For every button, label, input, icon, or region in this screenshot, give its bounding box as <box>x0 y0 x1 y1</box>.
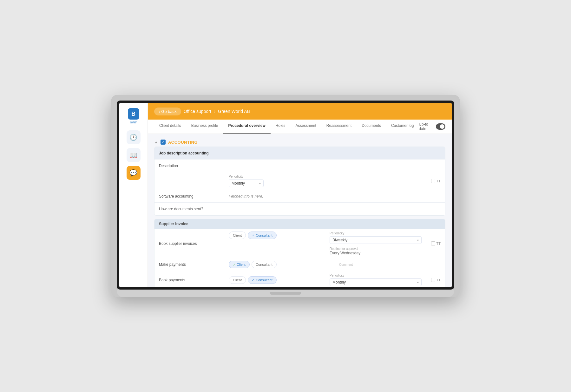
tt-label-supplier: TT <box>436 242 441 245</box>
cell-periodicity-book-supplier: Periodicity Biweekly ▾ Routine for appro… <box>325 229 426 258</box>
routine-label: Routine for approval <box>330 247 358 251</box>
content-area: ▲ ✓ ACCOUNTING Job description accountin… <box>148 134 452 287</box>
table-row-documents-sent: How are documents sent? <box>154 203 445 215</box>
cell-label-make-payments: Make payments <box>154 258 224 271</box>
cell-content-job-description <box>224 147 445 159</box>
cell-content-make-payments: ✓ Client Consultant <box>224 258 335 271</box>
cell-content-periodicity-1: Periodicity Monthly ▾ <box>224 172 426 190</box>
breadcrumb-bar: ‹ Go back Office support › Green World A… <box>148 103 452 120</box>
section-header-accounting: ▲ ✓ ACCOUNTING <box>154 138 445 147</box>
cell-label-description: Description <box>154 160 224 172</box>
cell-tt-supplier: TT <box>426 229 445 258</box>
uptodate-toggle-area: Up-to date <box>419 120 445 134</box>
chevron-down-icon: ▾ <box>259 182 261 185</box>
period-group-1: Periodicity Monthly ▾ <box>229 175 264 187</box>
cell-content-software: Fetched info is here. <box>224 190 445 202</box>
role-btn-consultant-make-payments[interactable]: Consultant <box>252 261 277 268</box>
tt-checkbox-1[interactable] <box>431 179 435 183</box>
cell-label-book-payments: Book payments <box>154 271 224 287</box>
table-row-job-description: Job description accounting <box>154 147 445 160</box>
period-label-supplier: Periodicity <box>330 232 422 235</box>
tt-label-book-payments: TT <box>436 278 441 282</box>
role-btn-consultant-book-supplier[interactable]: ✓ Consultant <box>248 232 277 239</box>
fetched-info: Fetched info is here. <box>229 194 263 199</box>
role-btn-consultant-book-payments[interactable]: ✓ Consultant <box>248 276 277 284</box>
comment-label-make-payments: Comment <box>339 263 353 266</box>
period-select-book-payments[interactable]: Monthly ▾ <box>330 278 422 286</box>
tab-documents[interactable]: Documents <box>357 120 386 134</box>
roles-book-supplier: Client ✓ Consultant <box>229 232 277 239</box>
table-row-make-payments: Make payments ✓ Client Consultant Commen… <box>154 258 445 271</box>
tab-roles[interactable]: Roles <box>271 120 291 134</box>
period-group-book-payments: Periodicity Monthly ▾ <box>330 274 422 286</box>
cell-comment-make-payments: Comment <box>335 258 445 271</box>
period-select-1[interactable]: Monthly ▾ <box>229 180 264 187</box>
breadcrumb-service: Office support <box>184 109 211 114</box>
accounting-table: Job description accounting Description <box>154 147 445 216</box>
main-content: ‹ Go back Office support › Green World A… <box>148 103 452 287</box>
role-btn-client-book-supplier[interactable]: Client <box>229 232 246 239</box>
check-icon-green: ✓ <box>233 263 235 266</box>
breadcrumb-client: Green World AB <box>218 109 250 114</box>
check-icon-book: ✓ <box>252 278 254 282</box>
tt-checkbox-supplier[interactable] <box>431 241 435 245</box>
table-row-periodicity-1: Periodicity Monthly ▾ TT <box>154 172 445 190</box>
role-btn-client-make-payments[interactable]: ✓ Client <box>229 261 250 268</box>
back-arrow-icon: ‹ <box>159 109 160 114</box>
cell-periodicity-book-payments: Periodicity Monthly ▾ <box>325 271 426 287</box>
cell-content-documents-sent[interactable] <box>224 203 445 215</box>
routine-group: Routine for approval Every Wednesday <box>330 246 422 255</box>
tab-procedural-overview[interactable]: Procedural overview <box>223 120 270 134</box>
nav-tabs: Client details Business profile Procedur… <box>148 120 452 134</box>
logo-text: flow <box>130 120 137 124</box>
period-label-1: Periodicity <box>229 175 264 178</box>
tab-customer-log[interactable]: Customer log <box>386 120 419 134</box>
cell-content-description[interactable] <box>224 160 445 172</box>
period-value-1: Monthly <box>232 181 245 186</box>
cell-label-book-supplier: Book supplier invoices <box>154 229 224 258</box>
sidebar-icon-chat[interactable]: 💬 <box>127 166 141 180</box>
collapse-icon[interactable]: ▲ <box>154 140 158 144</box>
cell-label-documents-sent: How are documents sent? <box>154 203 224 215</box>
period-select-supplier[interactable]: Biweekly ▾ <box>330 236 422 244</box>
check-icon: ✓ <box>252 234 254 237</box>
logo: B flow <box>128 108 139 124</box>
table-row-description: Description <box>154 160 445 172</box>
cell-content-book-supplier: Client ✓ Consultant <box>224 229 325 258</box>
table-row-book-supplier: Book supplier invoices Client ✓ Consulta… <box>154 229 445 258</box>
cell-tt-1: TT <box>426 172 445 190</box>
sidebar-icon-clock[interactable]: 🕐 <box>127 130 141 144</box>
cell-tt-book-payments: TT <box>426 271 445 287</box>
uptodate-label: Up-to date <box>419 122 433 131</box>
logo-icon: B <box>128 108 139 120</box>
tab-assessment[interactable]: Assessment <box>291 120 321 134</box>
chevron-down-icon-3: ▾ <box>417 281 419 284</box>
sidebar-icon-book[interactable]: 📖 <box>127 148 141 162</box>
sub-section-supplier-invoice: Supplier invoice <box>154 219 445 229</box>
table-row-software: Software accounting Fetched info is here… <box>154 190 445 203</box>
cell-label-software: Software accounting <box>154 190 224 202</box>
breadcrumb-arrow: › <box>214 108 215 114</box>
laptop-notch <box>270 292 301 295</box>
period-value-supplier: Biweekly <box>332 238 347 242</box>
role-btn-client-book-payments[interactable]: Client <box>229 276 246 284</box>
section-title: ACCOUNTING <box>168 140 198 145</box>
cell-label-job-description: Job description accounting <box>154 147 224 159</box>
period-group-supplier: Periodicity Biweekly ▾ <box>330 232 422 244</box>
routine-value: Every Wednesday <box>330 251 422 255</box>
uptodate-toggle[interactable] <box>436 123 445 130</box>
tt-checkbox-book-payments[interactable] <box>431 278 435 282</box>
section-checkbox[interactable]: ✓ <box>161 140 166 145</box>
supplier-invoice-table: Supplier invoice Book supplier invoices … <box>154 219 445 287</box>
tab-client-details[interactable]: Client details <box>154 120 186 134</box>
period-label-book-payments: Periodicity <box>330 274 422 277</box>
tab-business-profile[interactable]: Business profile <box>186 120 223 134</box>
tab-reassessment[interactable]: Reassessment <box>321 120 357 134</box>
chevron-down-icon-2: ▾ <box>417 238 419 242</box>
sidebar: B flow 🕐 📖 💬 <box>119 103 148 287</box>
period-value-book-payments: Monthly <box>332 280 346 284</box>
tt-label-1: TT <box>436 179 441 183</box>
cell-label-periodicity-1 <box>154 172 224 190</box>
table-row-book-payments: Book payments Client ✓ Consultant Period… <box>154 271 445 287</box>
back-button[interactable]: ‹ Go back <box>154 108 181 115</box>
